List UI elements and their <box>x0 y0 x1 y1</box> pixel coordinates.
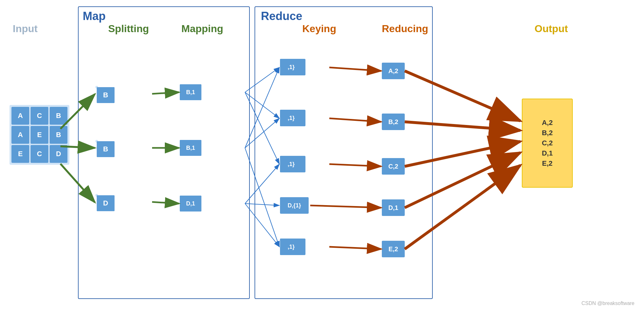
output-line-d1: D,1 <box>542 149 553 157</box>
input-cell: E <box>11 145 29 163</box>
input-cell: B <box>50 126 67 144</box>
key-cell: D,{1} <box>280 197 309 214</box>
watermark: CSDN @breaksoftware <box>581 301 634 306</box>
label-map: Map <box>83 10 106 23</box>
output-line-e2: E,2 <box>542 159 552 168</box>
label-input: Input <box>13 23 38 35</box>
split-row-1: A C B <box>95 86 98 88</box>
input-cell: A <box>11 107 29 125</box>
input-cell: C <box>31 145 48 163</box>
key-cell: ,1} <box>280 59 302 75</box>
split-cell: B <box>97 87 115 103</box>
output-box: A,2 B,2 C,2 D,1 E,2 <box>522 99 573 188</box>
key-cell: ,1} <box>280 110 302 126</box>
input-grid: ACBAEBECD <box>10 105 69 165</box>
output-line-c2: C,2 <box>542 139 553 147</box>
input-cell: A <box>11 126 29 144</box>
map-cell: D,1 <box>180 196 201 211</box>
label-mapping: Mapping <box>181 23 223 35</box>
reduce-d: D,1 <box>382 199 405 216</box>
reduce-a: A,2 <box>382 63 405 79</box>
input-cell: C <box>31 107 48 125</box>
reduce-b: B,2 <box>382 114 405 130</box>
split-row-2: A E B <box>95 140 98 142</box>
diagram-container: Input Map Reduce Splitting Mapping Keyin… <box>0 0 644 312</box>
output-line-a2: A,2 <box>542 119 553 127</box>
map-cell: B,1 <box>180 140 201 156</box>
split-row-3: E C D <box>95 194 98 197</box>
key-cell: ,1} <box>280 156 302 172</box>
label-splitting: Splitting <box>108 23 149 35</box>
input-cell: D <box>50 145 67 163</box>
label-keying: Keying <box>302 23 336 35</box>
input-cell: E <box>31 126 48 144</box>
split-cell: B <box>97 141 115 157</box>
label-reducing: Reducing <box>382 23 428 35</box>
reduce-c: C,2 <box>382 158 405 175</box>
label-output: Output <box>535 23 568 35</box>
split-cell: D <box>97 195 115 211</box>
label-reduce: Reduce <box>261 10 302 23</box>
output-line-b2: B,2 <box>542 129 553 137</box>
reduce-e: E,2 <box>382 241 405 257</box>
key-cell: ,1} <box>280 239 302 255</box>
reduce-box <box>255 6 433 299</box>
input-cell: B <box>50 107 67 125</box>
map-cell: B,1 <box>180 84 201 100</box>
